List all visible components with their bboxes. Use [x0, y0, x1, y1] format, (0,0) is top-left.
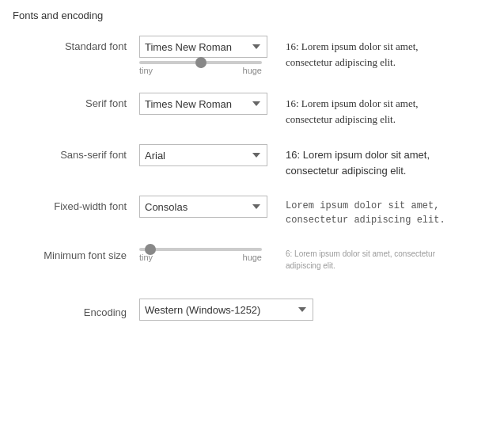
fixed-width-font-control: Consolas Courier New Lucida Console — [139, 196, 270, 218]
standard-font-preview: 16: Lorem ipsum dolor sit amet, consecte… — [270, 36, 460, 70]
standard-font-label: Standard font — [13, 36, 139, 52]
sans-serif-font-preview: 16: Lorem ipsum dolor sit amet, consecte… — [270, 144, 460, 178]
fixed-width-font-label: Fixed-width font — [13, 196, 139, 212]
fixed-width-font-select[interactable]: Consolas Courier New Lucida Console — [139, 196, 267, 218]
font-size-slider-container: tiny huge — [139, 61, 270, 75]
serif-font-control: Times New Roman Georgia Arial — [139, 93, 270, 115]
serif-font-select[interactable]: Times New Roman Georgia Arial — [139, 93, 267, 115]
serif-font-label: Serif font — [13, 93, 139, 109]
slider-max-label: huge — [243, 66, 262, 75]
minimum-font-size-row: Minimum font size tiny huge 6: Lorem ips… — [13, 245, 491, 276]
serif-font-row: Serif font Times New Roman Georgia Arial… — [13, 93, 491, 127]
min-font-slider-labels: tiny huge — [139, 253, 262, 262]
sans-serif-font-row: Sans-serif font Arial Verdana Helvetica … — [13, 144, 491, 178]
encoding-control: Western (Windows-1252) Unicode (UTF-8) C… — [139, 299, 313, 321]
fixed-width-font-preview: Lorem ipsum dolor sit amet, consectetur … — [270, 196, 460, 227]
min-font-slider-min-label: tiny — [139, 253, 153, 262]
sans-serif-font-label: Sans-serif font — [13, 144, 139, 161]
standard-font-control: Times New Roman Arial Consolas Georgia V… — [139, 36, 270, 75]
slider-labels: tiny huge — [139, 66, 262, 75]
font-size-slider[interactable] — [139, 61, 262, 64]
serif-font-preview: 16: Lorem ipsum dolor sit amet, consecte… — [270, 93, 460, 127]
slider-min-label: tiny — [139, 66, 153, 75]
minimum-font-size-control: tiny huge — [139, 245, 270, 262]
sans-serif-font-control: Arial Verdana Helvetica — [139, 144, 270, 166]
min-font-slider-container: tiny huge — [139, 248, 270, 262]
standard-font-select[interactable]: Times New Roman Arial Consolas Georgia V… — [139, 36, 267, 58]
minimum-font-size-label: Minimum font size — [13, 245, 139, 261]
encoding-row: Encoding Western (Windows-1252) Unicode … — [13, 294, 491, 325]
page-title: Fonts and encoding — [13, 10, 491, 21]
fixed-width-font-row: Fixed-width font Consolas Courier New Lu… — [13, 196, 491, 227]
encoding-label: Encoding — [13, 302, 139, 318]
minimum-font-size-preview: 6: Lorem ipsum dolor sit amet, consectet… — [270, 245, 460, 272]
min-font-size-slider[interactable] — [139, 248, 262, 251]
encoding-select[interactable]: Western (Windows-1252) Unicode (UTF-8) C… — [139, 299, 313, 321]
standard-font-row: Standard font Times New Roman Arial Cons… — [13, 36, 491, 75]
min-font-slider-max-label: huge — [243, 253, 262, 262]
sans-serif-font-select[interactable]: Arial Verdana Helvetica — [139, 144, 267, 166]
